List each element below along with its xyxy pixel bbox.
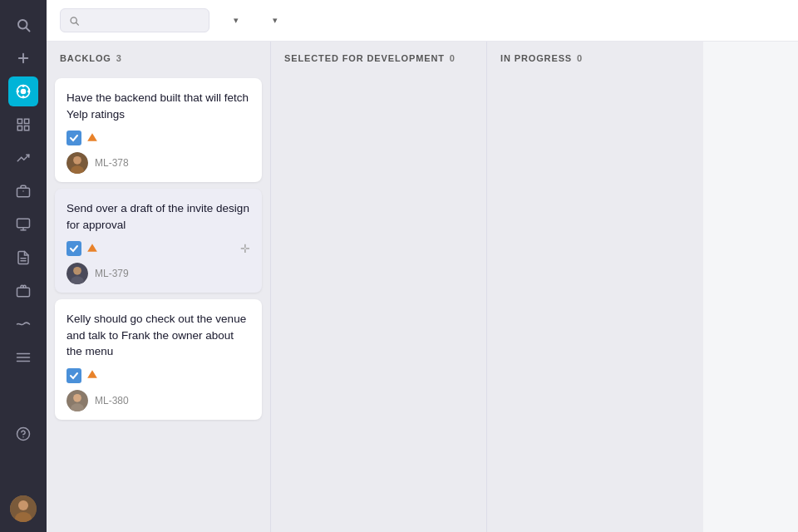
svg-rect-12	[17, 126, 22, 131]
sidebar-chart[interactable]	[8, 143, 38, 173]
svg-point-38	[73, 267, 81, 275]
sidebar-bag[interactable]	[8, 276, 38, 306]
assignee-chevron-icon: ▾	[273, 15, 278, 26]
cards-backlog: Have the backend built that will fetch Y…	[47, 71, 270, 532]
svg-point-34	[73, 156, 81, 165]
priority-up-icon	[86, 242, 98, 256]
column-count-in-progress: 0	[577, 53, 583, 63]
column-header-in-progress: IN PROGRESS0	[487, 42, 703, 71]
svg-point-8	[17, 90, 19, 92]
quick-filters-button[interactable]: ▾	[219, 9, 249, 32]
priority-up-icon	[86, 368, 98, 382]
main-content: ▾ ▾ BACKLOG3Have the backend built that …	[47, 0, 798, 532]
column-in-progress: IN PROGRESS0	[487, 42, 703, 532]
svg-rect-10	[17, 119, 22, 123]
column-backlog: BACKLOG3Have the backend built that will…	[47, 42, 271, 532]
sidebar-briefcase[interactable]	[8, 176, 38, 206]
svg-marker-32	[87, 133, 97, 140]
card-title: Kelly should go check out the venue and …	[66, 311, 250, 360]
svg-marker-36	[87, 244, 97, 251]
card-meta	[66, 131, 250, 145]
card-item[interactable]: Kelly should go check out the venue and …	[55, 299, 262, 420]
card-footer: ML-379	[66, 263, 250, 284]
svg-point-9	[27, 90, 30, 92]
column-title-in-progress: IN PROGRESS	[500, 53, 572, 63]
quick-filters-chevron-icon: ▾	[234, 15, 239, 26]
topbar: ▾ ▾	[47, 0, 798, 42]
drag-icon: ✛	[240, 242, 250, 255]
assignee-filter-button[interactable]: ▾	[259, 9, 288, 32]
sidebar-tilde[interactable]	[8, 309, 38, 339]
svg-line-31	[76, 22, 79, 25]
card-avatar	[66, 390, 88, 411]
sidebar-add[interactable]	[8, 43, 38, 73]
column-header-backlog: BACKLOG3	[47, 42, 270, 71]
checkbox-icon[interactable]	[66, 241, 81, 256]
priority-up-icon	[86, 131, 98, 145]
card-ticket-id: ML-380	[95, 395, 129, 406]
sidebar-app-active[interactable]	[8, 76, 38, 106]
card-item[interactable]: Send over a draft of the invite design f…	[55, 189, 262, 293]
column-title-backlog: BACKLOG	[60, 53, 111, 63]
card-title: Send over a draft of the invite design f…	[66, 200, 250, 233]
sidebar-search[interactable]	[8, 10, 38, 40]
card-ticket-id: ML-379	[95, 268, 129, 279]
card-ticket-id: ML-378	[95, 157, 129, 169]
checkbox-icon[interactable]	[66, 131, 81, 145]
checkbox-icon[interactable]	[66, 368, 81, 383]
card-meta	[66, 368, 250, 383]
svg-point-4	[21, 89, 27, 95]
user-avatar[interactable]	[10, 495, 37, 522]
card-footer: ML-380	[66, 390, 250, 411]
svg-line-1	[26, 27, 29, 31]
svg-rect-16	[17, 219, 30, 228]
cards-in-progress	[487, 71, 703, 532]
card-meta: ✛	[66, 241, 250, 256]
board: BACKLOG3Have the backend built that will…	[47, 42, 798, 532]
cards-selected-for-development	[271, 71, 486, 532]
card-title: Have the backend built that will fetch Y…	[66, 90, 250, 122]
svg-point-6	[22, 85, 24, 87]
column-title-selected-for-development: SELECTED FOR DEVELOPMENT	[284, 53, 445, 63]
sidebar-document[interactable]	[8, 243, 38, 273]
search-icon	[69, 15, 79, 27]
sidebar	[0, 0, 47, 532]
sidebar-menu[interactable]	[8, 342, 38, 372]
svg-point-7	[22, 96, 24, 98]
column-selected-for-development: SELECTED FOR DEVELOPMENT0	[271, 42, 487, 532]
svg-rect-21	[17, 288, 30, 297]
card-avatar	[66, 263, 88, 284]
sidebar-help[interactable]	[8, 419, 38, 449]
svg-rect-14	[17, 188, 30, 197]
search-input[interactable]	[84, 14, 200, 27]
column-header-selected-for-development: SELECTED FOR DEVELOPMENT0	[271, 42, 486, 71]
svg-point-28	[18, 500, 28, 510]
sidebar-monitor[interactable]	[8, 209, 38, 239]
card-footer: ML-378	[66, 152, 250, 174]
sidebar-grid[interactable]	[8, 110, 38, 140]
svg-rect-11	[25, 119, 29, 123]
card-avatar	[66, 152, 88, 174]
svg-marker-40	[87, 371, 97, 378]
column-count-backlog: 3	[116, 53, 122, 63]
search-box[interactable]	[60, 8, 209, 32]
svg-rect-13	[25, 126, 29, 131]
column-count-selected-for-development: 0	[450, 53, 456, 63]
svg-point-42	[73, 394, 81, 402]
card-item[interactable]: Have the backend built that will fetch Y…	[55, 78, 262, 182]
